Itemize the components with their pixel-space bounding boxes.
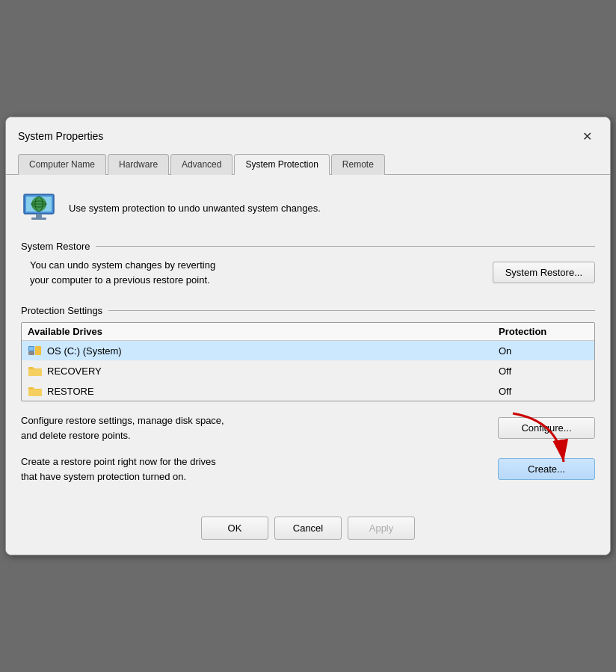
tab-remote[interactable]: Remote bbox=[331, 154, 385, 175]
header-section: Use system protection to undo unwanted s… bbox=[21, 190, 595, 226]
system-properties-window: System Properties ✕ Computer Name Hardwa… bbox=[5, 117, 611, 555]
tab-computer-name[interactable]: Computer Name bbox=[18, 154, 106, 175]
folder-icon bbox=[28, 385, 43, 397]
configure-row: Configure restore settings, manage disk … bbox=[21, 413, 595, 443]
configure-button[interactable]: Configure... bbox=[498, 417, 595, 439]
drives-table: Available Drives Protection OS (C:) (Sys… bbox=[21, 322, 595, 401]
drive-row[interactable]: RESTORE Off bbox=[22, 381, 594, 401]
content-area: Use system protection to undo unwanted s… bbox=[6, 175, 610, 508]
protection-settings-label: Protection Settings bbox=[21, 305, 595, 316]
system-restore-button[interactable]: System Restore... bbox=[493, 262, 595, 283]
apply-button[interactable]: Apply bbox=[348, 517, 415, 540]
restore-description: You can undo system changes by reverting… bbox=[30, 258, 481, 287]
create-row: Create a restore point right now for the… bbox=[21, 454, 595, 484]
ok-button[interactable]: OK bbox=[201, 517, 268, 540]
hdd-icon bbox=[28, 345, 43, 357]
svg-rect-10 bbox=[28, 351, 34, 355]
system-restore-section: System Restore You can undo system chang… bbox=[21, 241, 595, 287]
system-restore-label: System Restore bbox=[21, 241, 595, 252]
create-description: Create a restore point right now for the… bbox=[21, 454, 486, 484]
drive-protection: On bbox=[499, 345, 588, 357]
tab-system-protection[interactable]: System Protection bbox=[234, 154, 329, 175]
create-button[interactable]: Create... bbox=[498, 458, 595, 480]
computer-icon bbox=[21, 190, 57, 226]
drive-name: RESTORE bbox=[47, 386, 499, 397]
header-description: Use system protection to undo unwanted s… bbox=[69, 203, 321, 214]
footer: OK Cancel Apply bbox=[6, 508, 610, 555]
configure-description: Configure restore settings, manage disk … bbox=[21, 413, 486, 443]
tab-bar: Computer Name Hardware Advanced System P… bbox=[6, 147, 610, 175]
cancel-button[interactable]: Cancel bbox=[274, 517, 342, 540]
window-title: System Properties bbox=[18, 130, 103, 142]
svg-rect-6 bbox=[36, 214, 42, 218]
svg-rect-9 bbox=[29, 347, 34, 351]
drives-table-header: Available Drives Protection bbox=[22, 323, 594, 341]
svg-rect-11 bbox=[35, 346, 41, 355]
title-bar: System Properties ✕ bbox=[6, 117, 610, 147]
folder-icon bbox=[28, 365, 43, 377]
drives-column-header: Available Drives bbox=[28, 326, 499, 337]
close-button[interactable]: ✕ bbox=[576, 125, 598, 147]
svg-rect-7 bbox=[31, 218, 46, 220]
config-create-wrapper: Configure restore settings, manage disk … bbox=[21, 413, 595, 484]
restore-row: You can undo system changes by reverting… bbox=[21, 258, 595, 287]
drive-protection: Off bbox=[499, 366, 588, 377]
drive-name: OS (C:) (System) bbox=[47, 345, 499, 357]
protection-column-header: Protection bbox=[499, 326, 588, 337]
drive-protection: Off bbox=[499, 386, 588, 397]
tab-advanced[interactable]: Advanced bbox=[170, 154, 232, 175]
drive-row[interactable]: RECOVERY Off bbox=[22, 361, 594, 381]
drive-row[interactable]: OS (C:) (System) On bbox=[22, 341, 594, 361]
tab-hardware[interactable]: Hardware bbox=[108, 154, 169, 175]
protection-settings-section: Protection Settings Available Drives Pro… bbox=[21, 305, 595, 484]
drive-name: RECOVERY bbox=[47, 366, 499, 377]
